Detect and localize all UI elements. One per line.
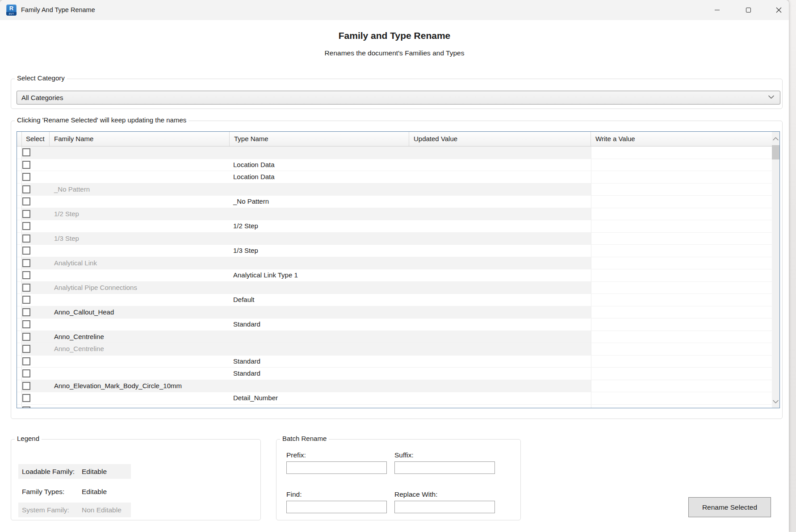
row-header-gutter	[17, 257, 22, 269]
find-input[interactable]	[286, 501, 387, 513]
updated-value-cell	[409, 171, 591, 183]
updated-value-cell	[409, 282, 591, 294]
write-value-cell[interactable]	[591, 282, 779, 294]
write-value-cell[interactable]	[591, 159, 779, 171]
row-checkbox[interactable]	[22, 271, 30, 279]
scrollbar-thumb[interactable]	[772, 145, 779, 159]
suffix-input[interactable]	[394, 461, 495, 474]
write-value-cell[interactable]	[591, 171, 779, 183]
write-value-cell[interactable]	[591, 269, 779, 281]
row-checkbox[interactable]	[22, 197, 30, 205]
write-value-cell[interactable]	[591, 392, 779, 404]
scroll-up-button[interactable]	[772, 134, 779, 142]
family-name-cell	[50, 405, 230, 409]
row-checkbox[interactable]	[22, 148, 30, 156]
type-name-cell: Detail_Number	[230, 392, 409, 404]
type-name-cell: 1/2 Step	[230, 220, 409, 232]
minimize-icon	[715, 10, 720, 10]
row-checkbox[interactable]	[22, 222, 30, 230]
row-checkbox[interactable]	[22, 296, 30, 304]
family-name-cell	[50, 220, 230, 232]
select-cell	[22, 294, 50, 306]
family-name-cell: 1/2 Step	[50, 208, 230, 220]
write-value-cell[interactable]	[591, 245, 779, 257]
updated-value-cell	[409, 208, 591, 220]
row-checkbox[interactable]	[22, 161, 30, 169]
minimize-button[interactable]	[707, 0, 727, 20]
table-row: Analytical Link	[17, 257, 779, 270]
row-header-gutter	[17, 343, 22, 355]
write-value-cell[interactable]	[591, 220, 779, 232]
write-value-cell[interactable]	[591, 257, 779, 269]
scroll-down-button[interactable]	[772, 398, 779, 405]
maximize-icon	[746, 8, 751, 13]
column-header-updated-value[interactable]: Updated Value	[409, 132, 591, 146]
write-value-cell[interactable]	[591, 343, 779, 355]
row-checkbox[interactable]	[22, 235, 30, 243]
table-row: _No Pattern	[17, 184, 779, 196]
maximize-button[interactable]	[738, 0, 758, 20]
row-checkbox[interactable]	[22, 210, 30, 218]
write-value-cell[interactable]	[591, 294, 779, 306]
write-value-cell[interactable]	[591, 331, 779, 343]
row-checkbox[interactable]	[22, 394, 30, 402]
write-value-cell[interactable]	[591, 196, 779, 208]
type-name-cell	[230, 380, 409, 392]
type-name-cell	[230, 233, 409, 245]
family-name-cell: Anno_Callout_Head	[50, 306, 230, 318]
table-row: Standard	[17, 318, 779, 331]
prefix-input[interactable]	[286, 461, 387, 474]
row-checkbox[interactable]	[22, 345, 30, 353]
family-name-cell: Anno_Centreline	[50, 343, 230, 355]
row-checkbox[interactable]	[22, 406, 30, 409]
row-header-gutter	[17, 405, 22, 409]
row-checkbox[interactable]	[22, 259, 30, 267]
close-button[interactable]	[768, 0, 789, 20]
family-name-cell	[50, 294, 230, 306]
write-value-cell[interactable]	[591, 306, 779, 318]
row-checkbox[interactable]	[22, 320, 30, 328]
write-value-cell[interactable]	[591, 147, 779, 159]
vertical-scrollbar[interactable]	[772, 132, 779, 408]
row-checkbox[interactable]	[22, 284, 30, 292]
row-checkbox[interactable]	[22, 173, 30, 181]
write-value-cell[interactable]	[591, 356, 779, 368]
write-value-cell[interactable]	[591, 380, 779, 392]
column-header-write-a-value[interactable]: Write a Value	[591, 132, 779, 146]
write-value-cell[interactable]	[591, 233, 779, 245]
updated-value-cell	[409, 331, 591, 343]
category-dropdown[interactable]: All Categories	[17, 91, 780, 105]
column-header-type-name[interactable]: Type Name	[230, 132, 409, 146]
select-cell	[22, 233, 50, 245]
write-value-cell[interactable]	[591, 368, 779, 380]
write-value-cell[interactable]	[591, 184, 779, 196]
row-checkbox[interactable]	[22, 185, 30, 193]
grid-hint-label: Clicking 'Rename Selected' will keep upd…	[15, 116, 189, 124]
row-checkbox[interactable]	[22, 382, 30, 390]
chevron-down-icon	[773, 400, 779, 404]
updated-value-cell	[409, 196, 591, 208]
row-checkbox[interactable]	[22, 333, 30, 341]
column-header-family-name[interactable]: Family Name	[50, 132, 230, 146]
row-checkbox[interactable]	[22, 369, 30, 377]
write-value-cell[interactable]	[591, 405, 779, 409]
row-checkbox[interactable]	[22, 308, 30, 316]
row-header-gutter	[17, 282, 22, 294]
write-value-cell[interactable]	[591, 208, 779, 220]
row-header-gutter	[17, 220, 22, 232]
title-bar: R RVT Family And Type Rename	[0, 0, 789, 20]
row-checkbox[interactable]	[22, 357, 30, 365]
replace-with-input[interactable]	[394, 501, 495, 513]
rename-selected-button[interactable]: Rename Selected	[688, 497, 771, 517]
revit-app-icon: R RVT	[6, 4, 17, 16]
row-checkbox[interactable]	[22, 247, 30, 255]
updated-value-cell	[409, 257, 591, 269]
category-selected-value: All Categories	[21, 91, 63, 104]
family-name-cell: _No Pattern	[50, 184, 230, 196]
row-header-gutter	[17, 294, 22, 306]
write-value-cell[interactable]	[591, 318, 779, 331]
updated-value-cell	[409, 306, 591, 318]
column-header-select[interactable]: Select	[22, 132, 50, 146]
type-name-cell: 1/3 Step	[230, 245, 409, 257]
row-header-gutter	[17, 233, 22, 245]
